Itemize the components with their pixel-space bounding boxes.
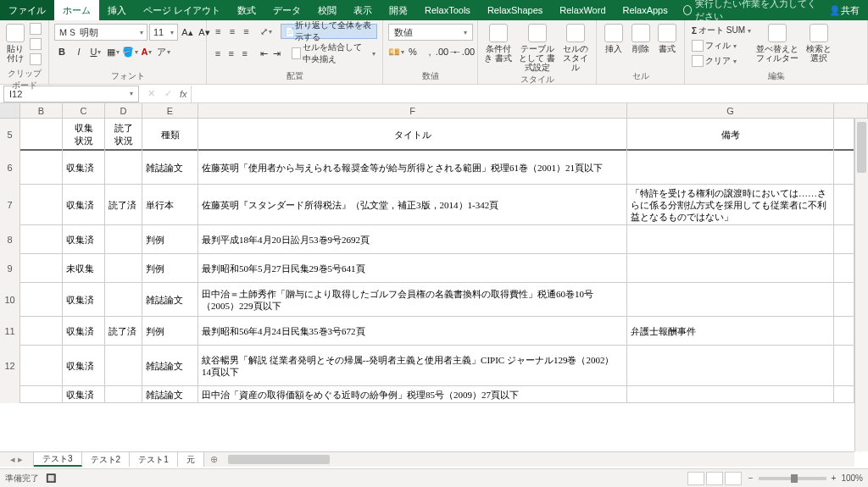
cell[interactable]: 雑誌論文	[142, 151, 198, 185]
dec-decimal[interactable]: ←.00	[456, 44, 471, 59]
add-sheet[interactable]: ⊕	[204, 452, 225, 467]
sort-filter[interactable]: 並べ替えと フィルター	[756, 22, 798, 63]
tab-review[interactable]: 校閲	[309, 0, 345, 20]
cell[interactable]	[20, 151, 63, 185]
underline-button[interactable]: U▾	[88, 44, 103, 59]
fill[interactable]: フィル▾	[690, 39, 753, 53]
sheet-tab-3[interactable]: テスト1	[130, 452, 178, 467]
cell[interactable]: 雑誌論文	[142, 283, 198, 317]
cell[interactable]: 収集済	[63, 386, 105, 403]
horizontal-scrollbar[interactable]	[225, 452, 854, 467]
row-header[interactable]: 8	[0, 225, 20, 254]
cell[interactable]: 判例	[142, 225, 198, 254]
clear[interactable]: クリア▾	[690, 54, 753, 68]
vertical-scrollbar[interactable]	[854, 119, 868, 451]
delete-cells[interactable]: 削除	[629, 22, 653, 53]
cell[interactable]: 読了済	[105, 185, 142, 225]
number-format[interactable]: 数値▾	[388, 24, 473, 41]
font-name[interactable]: ＭＳ 明朝▾	[54, 24, 147, 41]
format-cells[interactable]: 書式	[655, 22, 679, 53]
merge-center[interactable]: セルを結合して中央揃え▾	[290, 41, 377, 66]
cell[interactable]: 最判昭和50年5月27日民集29巻5号641頁	[198, 254, 627, 283]
cell[interactable]	[834, 254, 854, 283]
cell[interactable]: 未収集	[63, 254, 105, 283]
select-all[interactable]	[0, 103, 20, 118]
cell[interactable]	[834, 185, 854, 225]
phonetic-button[interactable]: ア▾	[156, 44, 171, 59]
find-select[interactable]: 検索と 選択	[802, 22, 836, 63]
cell[interactable]: 雑誌論文	[142, 346, 198, 386]
cell[interactable]	[834, 119, 854, 151]
percent[interactable]: %	[405, 44, 420, 59]
tab-layout[interactable]: ページ レイアウト	[135, 0, 229, 20]
cell[interactable]	[627, 225, 834, 254]
row-header[interactable]: 10	[0, 283, 20, 317]
cell[interactable]: 最判昭和56年4月24日民集35巻3号672頁	[198, 317, 627, 346]
font-color[interactable]: A▾	[139, 44, 154, 59]
cell[interactable]	[20, 225, 63, 254]
zoom-level[interactable]: 100%	[841, 473, 863, 483]
cell[interactable]	[20, 346, 63, 386]
view-pagebreak[interactable]	[725, 472, 742, 485]
border-button[interactable]: ▦▾	[105, 44, 120, 59]
tab-data[interactable]: データ	[264, 0, 309, 20]
view-layout[interactable]	[706, 472, 723, 485]
row-header[interactable]	[0, 386, 20, 403]
autosum[interactable]: Σ オート SUM▾	[690, 24, 753, 37]
cell[interactable]: 佐藤英明『スタンダード所得税法』（弘文堂，補正3版，2014）1-342頁	[198, 185, 627, 225]
row-header[interactable]: 12	[0, 346, 20, 386]
cell[interactable]	[20, 386, 63, 403]
cancel-formula[interactable]: ✕	[142, 88, 159, 99]
zoom-out[interactable]: −	[748, 473, 754, 483]
row-header[interactable]: 9	[0, 254, 20, 283]
align-right[interactable]: ≡	[239, 46, 251, 61]
cell[interactable]	[627, 151, 834, 185]
sheet-tab-2[interactable]: テスト2	[82, 452, 131, 467]
row-header[interactable]: 6	[0, 151, 20, 185]
cell[interactable]: 弁護士報酬事件	[627, 317, 834, 346]
h-thumb[interactable]	[228, 455, 330, 464]
col-G[interactable]: G	[627, 103, 834, 118]
tab-formulas[interactable]: 数式	[229, 0, 264, 20]
cell[interactable]: 田中治＝土師秀作「贈与により取得したゴルフ会員権の名義書換料の取得費性」税通60…	[198, 283, 627, 317]
sheet-tab-4[interactable]: 元	[178, 452, 204, 467]
italic-button[interactable]: I	[71, 44, 86, 59]
col-C[interactable]: C	[63, 103, 105, 118]
wrap-text[interactable]: 📄 折り返して全体を表示する	[281, 24, 377, 39]
zoom-in[interactable]: +	[832, 473, 837, 483]
tab-dev[interactable]: 開発	[381, 0, 416, 20]
orientation[interactable]: ⤢▾	[259, 24, 273, 39]
copy-button[interactable]	[28, 37, 43, 51]
col-next[interactable]	[834, 103, 868, 118]
indent-dec[interactable]: ⇤	[258, 46, 270, 61]
tab-relaxapps[interactable]: RelaxApps	[615, 0, 676, 20]
cell[interactable]	[20, 185, 63, 225]
tab-file[interactable]: ファイル	[0, 0, 54, 20]
cell[interactable]	[105, 254, 142, 283]
formula-bar[interactable]	[191, 86, 868, 102]
cut-button[interactable]	[28, 22, 43, 36]
cell[interactable]: 最判平成18年4月20日訟月53巻9号2692頁	[198, 225, 627, 254]
cell[interactable]	[834, 346, 854, 386]
cell[interactable]	[105, 225, 142, 254]
bold-button[interactable]: B	[54, 44, 70, 59]
cell[interactable]	[20, 119, 63, 151]
cell[interactable]: 「特許を受ける権利の譲渡時においては……さらに係る分割払方式を採用しても従業者に…	[627, 185, 834, 225]
format-painter[interactable]	[28, 53, 43, 66]
cell[interactable]: 雑誌論文	[142, 386, 198, 403]
cell[interactable]	[105, 283, 142, 317]
sheet-nav[interactable]: ◂ ▸	[0, 452, 34, 467]
view-normal[interactable]	[687, 472, 704, 485]
paste-button[interactable]: 貼り付け	[5, 22, 25, 63]
sheet-tab-1[interactable]: テスト3	[34, 452, 82, 467]
align-left[interactable]: ≡	[212, 46, 224, 61]
col-F[interactable]: F	[198, 103, 627, 118]
zoom-slider[interactable]	[759, 477, 826, 480]
cell[interactable]: 判例	[142, 254, 198, 283]
cell[interactable]: タイトル	[198, 119, 627, 151]
row-header[interactable]: 11	[0, 317, 20, 346]
cell[interactable]: 紋谷暢男「解説 従業者発明とその帰属--発明者主義と使用者主義」CIPIC ジャ…	[198, 346, 627, 386]
cell[interactable]: 読了済	[105, 317, 142, 346]
cell[interactable]	[834, 151, 854, 185]
cell[interactable]: 収集済	[63, 317, 105, 346]
